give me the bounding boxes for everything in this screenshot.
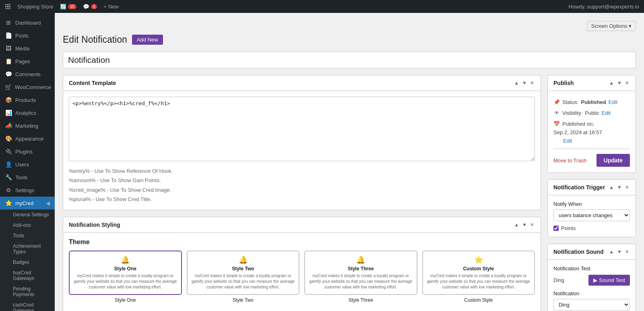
sidebar-item-tools[interactable]: 🔧 Tools bbox=[0, 171, 55, 184]
content-textarea[interactable]: <p>%entry%</p><h1>%cred_f%</h1> bbox=[69, 97, 535, 161]
user-greeting: Howdy, support@wpexperts.io bbox=[568, 4, 639, 10]
notification-styling-body: Theme 🔔 Style One myCred makes it simple… bbox=[63, 233, 541, 311]
sidebar-label-marketing: Marketing bbox=[15, 123, 38, 129]
notification-trigger-header[interactable]: Notification Trigger ▲ ▼ ✕ bbox=[548, 180, 636, 195]
page-title: Edit Notification bbox=[63, 34, 127, 45]
custom-style-title: Custom Style bbox=[427, 266, 530, 272]
sidebar-item-settings[interactable]: ⚙ Settings bbox=[0, 184, 55, 197]
sidebar-item-posts[interactable]: 📄 Posts bbox=[0, 29, 55, 42]
sidebar-label-settings: Settings bbox=[15, 187, 34, 193]
trigger-collapse-down[interactable]: ▼ bbox=[616, 184, 623, 191]
style-two-card[interactable]: 🔔 Style Two myCred makes it simple to cr… bbox=[187, 251, 300, 295]
custom-style-name: Custom Style bbox=[422, 297, 535, 303]
published-edit-link[interactable]: Edit bbox=[563, 138, 572, 144]
published-value: Sep 2, 2024 at 16:57 bbox=[553, 129, 602, 135]
trash-link[interactable]: Move to Trash bbox=[553, 158, 586, 164]
submenu-buycred-gateways[interactable]: buyCred Gateways bbox=[0, 267, 55, 284]
notification-title-input[interactable] bbox=[63, 52, 636, 68]
collapse-up-btn[interactable]: ▲ bbox=[513, 79, 520, 87]
notification-sound-select[interactable]: Ding Chime Bell Alert bbox=[553, 299, 630, 311]
custom-style-card[interactable]: ⭐ Custom Style myCred makes it simple to… bbox=[422, 251, 535, 295]
publish-close[interactable]: ✕ bbox=[624, 79, 630, 87]
style-three-card[interactable]: 🔔 Style Three myCred makes it simple to … bbox=[304, 251, 417, 295]
style-two-icon: 🔔 bbox=[192, 255, 295, 264]
sidebar-item-comments[interactable]: 💬 Comments bbox=[0, 68, 55, 81]
trigger-collapse-up[interactable]: ▲ bbox=[608, 184, 615, 191]
submenu-general-settings[interactable]: General Settings bbox=[0, 209, 55, 220]
submenu-pending-payments[interactable]: Pending Payments bbox=[0, 284, 55, 300]
sound-test-label: Sound Test bbox=[599, 277, 625, 283]
admin-bar: ⊞ Shopping Store 🔄 10 💬 0 + New Howdy, s… bbox=[0, 0, 644, 13]
submenu-badges[interactable]: Badges bbox=[0, 257, 55, 267]
style-one-card[interactable]: 🔔 Style One myCred makes it simple to cr… bbox=[69, 251, 182, 295]
sidebar-label-plugins: Plugins bbox=[15, 149, 33, 155]
main-content: Screen Options ▾ Edit Notification Add N… bbox=[55, 13, 644, 311]
sidebar-item-pages[interactable]: 📋 Pages bbox=[0, 55, 55, 68]
collapse-down-btn[interactable]: ▼ bbox=[521, 79, 528, 87]
status-icon: 📌 bbox=[553, 99, 560, 105]
site-name[interactable]: Shopping Store bbox=[17, 4, 54, 10]
add-new-button[interactable]: Add New bbox=[132, 35, 163, 45]
styling-collapse-down-btn[interactable]: ▼ bbox=[521, 221, 528, 228]
sidebar-label-pages: Pages bbox=[15, 58, 30, 64]
sound-collapse-down[interactable]: ▼ bbox=[616, 248, 623, 255]
sidebar-item-products[interactable]: 📦 Products bbox=[0, 93, 55, 106]
notification-sound-metabox: Notification Sound ▲ ▼ ✕ Notification Te… bbox=[547, 244, 636, 311]
status-edit-link[interactable]: Edit bbox=[609, 99, 617, 105]
content-template-body: <p>%entry%</p><h1>%cred_f%</h1> %entry% … bbox=[63, 91, 541, 210]
publish-collapse-down[interactable]: ▼ bbox=[616, 79, 623, 87]
style-one-desc: myCred makes it simple to create a loyal… bbox=[74, 273, 177, 290]
sidebar-item-mycred[interactable]: ⭐ myCred ◀ bbox=[0, 197, 55, 209]
visibility-label: Visibility: bbox=[562, 110, 582, 116]
notify-when-select[interactable]: users balance changes new user registrat… bbox=[553, 209, 630, 221]
points-checkbox[interactable] bbox=[553, 226, 559, 231]
screen-options-button[interactable]: Screen Options ▾ bbox=[587, 21, 636, 31]
sidebar-item-users[interactable]: 👤 Users bbox=[0, 158, 55, 171]
comments-badge: 0 bbox=[91, 4, 97, 9]
sidebar-item-plugins[interactable]: 🔌 Plugins bbox=[0, 145, 55, 158]
sound-test-button[interactable]: ▶ Sound Test bbox=[588, 275, 630, 286]
sidebar-item-dashboard[interactable]: ⊞ Dashboard bbox=[0, 16, 55, 29]
submenu-tools[interactable]: Tools bbox=[0, 230, 55, 241]
publish-header[interactable]: Publish ▲ ▼ ✕ bbox=[548, 75, 636, 91]
theme-card-custom-style: ⭐ Custom Style myCred makes it simple to… bbox=[422, 251, 535, 303]
styling-close-btn[interactable]: ✕ bbox=[529, 221, 535, 228]
updates-item[interactable]: 🔄 10 bbox=[60, 4, 76, 10]
submenu-cashcred-gateways[interactable]: cashCred Gateways bbox=[0, 300, 55, 311]
notification-trigger-metabox: Notification Trigger ▲ ▼ ✕ Notify When u… bbox=[547, 179, 636, 237]
sidebar-label-posts: Posts bbox=[15, 33, 29, 39]
sidebar-item-marketing[interactable]: 📣 Marketing bbox=[0, 119, 55, 132]
sidebar-item-woocommerce[interactable]: 🛒 WooCommerce bbox=[0, 81, 55, 93]
publish-controls: ▲ ▼ ✕ bbox=[608, 79, 630, 87]
submenu-addons[interactable]: Add-ons bbox=[0, 220, 55, 230]
visibility-edit-link[interactable]: Edit bbox=[602, 110, 611, 116]
comments-item[interactable]: 💬 0 bbox=[83, 4, 97, 10]
content-template-header[interactable]: Content Template ▲ ▼ ✕ bbox=[63, 75, 541, 91]
style-three-title: Style Three bbox=[309, 266, 413, 272]
update-button[interactable]: Update bbox=[597, 154, 630, 167]
publish-collapse-up[interactable]: ▲ bbox=[608, 79, 615, 87]
styling-collapse-up-btn[interactable]: ▲ bbox=[513, 221, 520, 228]
sidebar-label-users: Users bbox=[15, 162, 29, 168]
notification-sound-header[interactable]: Notification Sound ▲ ▼ ✕ bbox=[548, 244, 636, 260]
site-name-label: Shopping Store bbox=[17, 4, 54, 10]
sidebar-item-media[interactable]: 🖼 Media bbox=[0, 42, 55, 55]
pages-icon: 📋 bbox=[5, 58, 12, 64]
close-btn[interactable]: ✕ bbox=[529, 79, 535, 87]
trigger-close[interactable]: ✕ bbox=[624, 184, 630, 191]
sidebar-item-appearance[interactable]: 🎨 Appearance bbox=[0, 132, 55, 145]
sound-close[interactable]: ✕ bbox=[624, 248, 630, 255]
style-one-name: Style One bbox=[69, 297, 182, 303]
notification-trigger-title: Notification Trigger bbox=[553, 184, 605, 191]
style-three-name: Style Three bbox=[304, 297, 417, 303]
sound-collapse-up[interactable]: ▲ bbox=[608, 248, 615, 255]
submenu-achievement-types[interactable]: Achievement Types bbox=[0, 241, 55, 257]
style-one-icon: 🔔 bbox=[74, 255, 177, 264]
mycred-submenu: General Settings Add-ons Tools Achieveme… bbox=[0, 209, 55, 311]
wp-logo[interactable]: ⊞ bbox=[5, 2, 11, 11]
publish-actions: Move to Trash Update bbox=[553, 149, 630, 167]
help-line-4: %plural% - Use To Show Cred Title. bbox=[69, 195, 535, 204]
new-item[interactable]: + New bbox=[103, 4, 119, 10]
notification-styling-header[interactable]: Notification Styling ▲ ▼ ✕ bbox=[63, 217, 541, 233]
sidebar-item-analytics[interactable]: 📊 Analytics bbox=[0, 106, 55, 119]
